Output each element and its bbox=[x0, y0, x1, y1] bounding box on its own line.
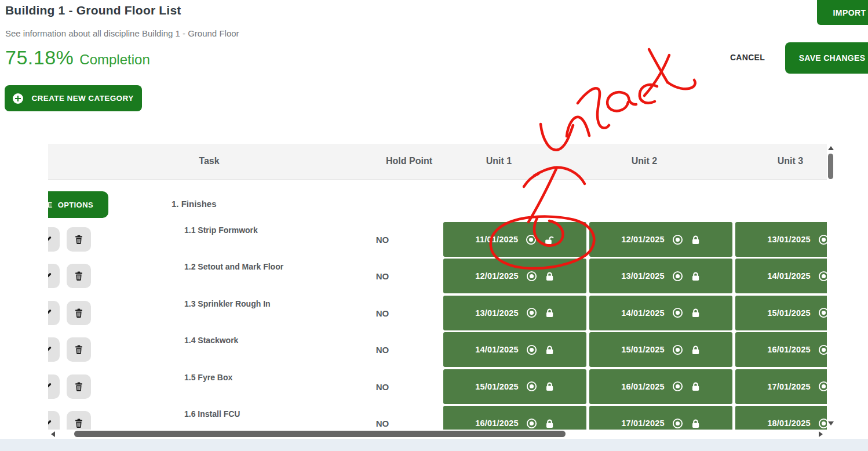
trash-icon[interactable] bbox=[75, 419, 83, 428]
edit-task-button[interactable] bbox=[48, 411, 60, 430]
annotation-letter-n bbox=[567, 117, 589, 136]
horizontal-scrollbar[interactable] bbox=[48, 430, 827, 439]
unit-3-date-cell[interactable]: 17/01/2025 bbox=[735, 369, 827, 404]
lock-icon[interactable] bbox=[545, 419, 555, 428]
unit-2-date-cell[interactable]: 17/01/2025 bbox=[589, 406, 732, 430]
vertical-scrollbar-thumb[interactable] bbox=[828, 154, 833, 179]
completion-indicator: 75.18%Completion bbox=[5, 46, 150, 69]
radio-icon[interactable] bbox=[672, 381, 683, 392]
task-label: 1.1 Strip Formwork bbox=[184, 226, 258, 235]
unit-1-date-cell[interactable]: 16/01/2025 bbox=[443, 406, 586, 430]
page-title: Building 1 - Ground Floor List bbox=[5, 3, 181, 17]
lock-icon[interactable] bbox=[545, 345, 555, 355]
radio-icon[interactable] bbox=[818, 307, 827, 318]
unit-2-date-cell[interactable]: 12/01/2025 bbox=[589, 222, 732, 257]
pencil-icon[interactable] bbox=[48, 382, 52, 391]
unit-2-date-cell[interactable]: 13/01/2025 bbox=[589, 259, 732, 293]
edit-task-button[interactable] bbox=[48, 227, 60, 252]
lock-icon[interactable] bbox=[691, 308, 701, 318]
lock-icon[interactable] bbox=[691, 271, 701, 281]
radio-icon[interactable] bbox=[526, 307, 537, 318]
lock-icon[interactable] bbox=[691, 235, 701, 245]
cell-date: 15/01/2025 bbox=[475, 382, 519, 391]
trash-icon[interactable] bbox=[75, 382, 83, 391]
trash-icon[interactable] bbox=[75, 308, 83, 318]
pencil-icon[interactable] bbox=[48, 272, 52, 281]
radio-icon[interactable] bbox=[818, 271, 827, 282]
radio-icon[interactable] bbox=[526, 418, 537, 429]
lock-icon[interactable] bbox=[545, 271, 555, 281]
trash-icon[interactable] bbox=[75, 345, 83, 354]
task-table: Task Hold Point Unit 1 Unit 2 Unit 3 E O… bbox=[48, 144, 827, 430]
cell-date: 14/01/2025 bbox=[621, 308, 665, 318]
unit-1-date-cell[interactable]: 12/01/2025 bbox=[443, 259, 586, 293]
edit-task-button[interactable] bbox=[48, 264, 60, 288]
scroll-left-icon[interactable] bbox=[51, 431, 55, 437]
task-label: 1.2 Setout and Mark Floor bbox=[184, 262, 283, 271]
unit-2-date-cell[interactable]: 15/01/2025 bbox=[589, 332, 732, 367]
unit-3-date-cell[interactable]: 14/01/2025 bbox=[735, 259, 827, 293]
radio-icon[interactable] bbox=[818, 234, 827, 245]
pencil-icon[interactable] bbox=[48, 419, 52, 428]
lock-icon[interactable] bbox=[691, 419, 701, 428]
create-new-category-label: CREATE NEW CATEGORY bbox=[31, 94, 133, 103]
edit-task-button[interactable] bbox=[48, 301, 60, 325]
unit-3-date-cell[interactable]: 13/01/2025 bbox=[735, 222, 827, 257]
hold-point-value: NO bbox=[365, 382, 400, 392]
radio-icon[interactable] bbox=[672, 307, 683, 318]
scroll-right-icon[interactable] bbox=[819, 431, 823, 437]
pencil-icon[interactable] bbox=[48, 308, 52, 317]
radio-icon[interactable] bbox=[818, 381, 827, 392]
radio-icon[interactable] bbox=[672, 344, 683, 355]
unit-2-date-cell[interactable]: 14/01/2025 bbox=[589, 296, 732, 330]
delete-task-button[interactable] bbox=[67, 374, 91, 399]
create-new-category-button[interactable]: CREATE NEW CATEGORY bbox=[5, 85, 142, 111]
lock-icon[interactable] bbox=[545, 381, 555, 391]
unit-3-date-cell[interactable]: 15/01/2025 bbox=[735, 296, 827, 330]
save-changes-button[interactable]: SAVE CHANGES bbox=[785, 42, 868, 74]
radio-icon[interactable] bbox=[526, 234, 537, 245]
lock-icon[interactable] bbox=[545, 308, 555, 318]
unit-1-date-cell[interactable]: 15/01/2025 bbox=[443, 369, 586, 404]
unit-3-date-cell[interactable]: 18/01/2025 bbox=[735, 406, 827, 430]
annotation-letter-k bbox=[649, 49, 668, 82]
radio-icon[interactable] bbox=[818, 418, 827, 429]
vertical-scrollbar[interactable] bbox=[827, 145, 835, 430]
radio-icon[interactable] bbox=[526, 271, 537, 282]
unit-2-date-cell[interactable]: 16/01/2025 bbox=[589, 369, 732, 404]
pencil-icon[interactable] bbox=[48, 235, 52, 244]
radio-icon[interactable] bbox=[526, 381, 537, 392]
unlock-icon[interactable] bbox=[544, 235, 554, 245]
unit-1-date-cell[interactable]: 13/01/2025 bbox=[443, 296, 586, 330]
lock-icon[interactable] bbox=[691, 345, 701, 355]
radio-icon[interactable] bbox=[672, 234, 683, 245]
unit-1-date-cell[interactable]: 11/01/2025 bbox=[443, 222, 586, 257]
options-button[interactable]: E OPTIONS bbox=[48, 191, 108, 218]
delete-task-button[interactable] bbox=[67, 411, 91, 430]
delete-task-button[interactable] bbox=[67, 264, 91, 288]
unit-1-date-cell[interactable]: 14/01/2025 bbox=[443, 332, 586, 367]
delete-task-button[interactable] bbox=[67, 227, 91, 252]
edit-task-button[interactable] bbox=[48, 374, 60, 399]
cell-date: 16/01/2025 bbox=[767, 345, 811, 354]
trash-icon[interactable] bbox=[75, 271, 83, 281]
pencil-icon[interactable] bbox=[48, 345, 52, 354]
edit-task-button[interactable] bbox=[48, 337, 60, 362]
cell-date: 16/01/2025 bbox=[621, 382, 665, 391]
radio-icon[interactable] bbox=[672, 271, 683, 282]
scroll-up-icon[interactable] bbox=[828, 146, 834, 150]
cancel-button[interactable]: CANCEL bbox=[729, 49, 766, 66]
completion-percentage: 75.18% bbox=[5, 46, 74, 68]
delete-task-button[interactable] bbox=[67, 337, 91, 362]
horizontal-scrollbar-thumb[interactable] bbox=[74, 431, 566, 437]
trash-icon[interactable] bbox=[75, 235, 83, 244]
radio-icon[interactable] bbox=[526, 344, 537, 355]
lock-icon[interactable] bbox=[691, 381, 701, 391]
unit-3-date-cell[interactable]: 16/01/2025 bbox=[735, 332, 827, 367]
cell-date: 12/01/2025 bbox=[475, 271, 519, 281]
scroll-down-icon[interactable] bbox=[828, 421, 834, 425]
radio-icon[interactable] bbox=[818, 344, 827, 355]
import-button[interactable]: IMPORT bbox=[817, 0, 868, 25]
delete-task-button[interactable] bbox=[67, 301, 91, 325]
radio-icon[interactable] bbox=[672, 418, 683, 429]
